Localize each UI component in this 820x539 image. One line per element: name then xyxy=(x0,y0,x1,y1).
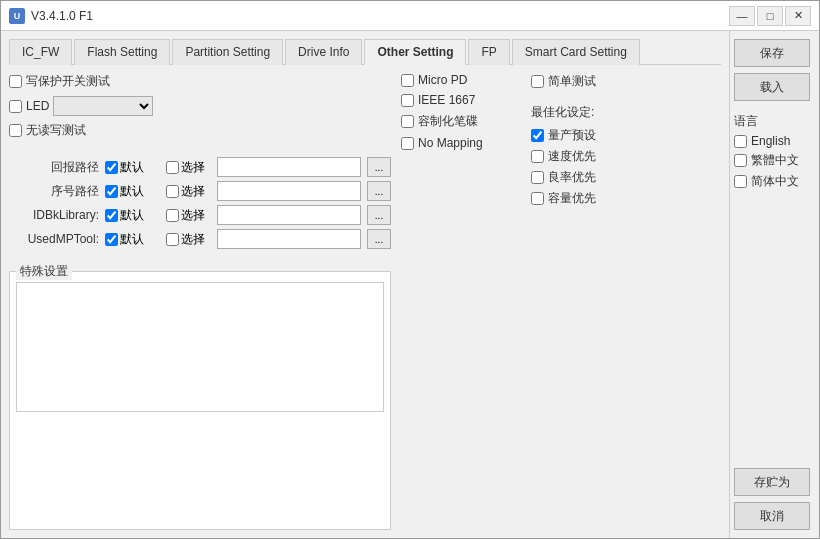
tab-smart-card[interactable]: Smart Card Setting xyxy=(512,39,640,65)
special-section: 特殊设置 xyxy=(9,271,391,530)
path-default-check-1[interactable] xyxy=(105,185,118,198)
optimize-label-2: 良率优先 xyxy=(548,169,596,186)
path-default-check-0[interactable] xyxy=(105,161,118,174)
minimize-button[interactable]: — xyxy=(729,6,755,26)
ieee-1667-label: IEEE 1667 xyxy=(418,93,475,107)
micro-pd-label: Micro PD xyxy=(418,73,467,87)
ieee-1667-row: IEEE 1667 xyxy=(401,93,521,107)
ieee-1667-checkbox[interactable] xyxy=(401,94,414,107)
tab-fp[interactable]: FP xyxy=(468,39,509,65)
optimize-title: 最佳化设定: xyxy=(531,104,596,121)
optimize-section: 最佳化设定: 量产预设 速度优先 良率优先 xyxy=(531,104,596,207)
path-default-label-1: 默认 xyxy=(105,183,160,200)
path-default-label-3: 默认 xyxy=(105,231,160,248)
special-textarea-container xyxy=(16,282,384,412)
lang-english-row: English xyxy=(734,134,811,148)
optimize-row-3: 容量优先 xyxy=(531,190,596,207)
path-default-check-3[interactable] xyxy=(105,233,118,246)
lang-simplified-checkbox[interactable] xyxy=(734,175,747,188)
led-label: LED xyxy=(26,99,49,113)
main-panel: IC_FW Flash Setting Partition Setting Dr… xyxy=(1,31,729,538)
optimize-label-1: 速度优先 xyxy=(548,148,596,165)
path-input-3[interactable] xyxy=(217,229,361,249)
special-title: 特殊设置 xyxy=(16,263,72,280)
path-input-0[interactable] xyxy=(217,157,361,177)
tab-ic-fw[interactable]: IC_FW xyxy=(9,39,72,65)
optimize-label-0: 量产预设 xyxy=(548,127,596,144)
no-mapping-checkbox[interactable] xyxy=(401,137,414,150)
settings-body: 写保护开关测试 LED 无读写测试 xyxy=(9,73,721,530)
write-protect-label: 写保护开关测试 xyxy=(26,73,110,90)
optimize-row-2: 良率优先 xyxy=(531,169,596,186)
path-select-check-0[interactable] xyxy=(166,161,179,174)
optimize-label-3: 容量优先 xyxy=(548,190,596,207)
led-row: LED xyxy=(9,96,391,116)
no-read-write-row: 无读写测试 xyxy=(9,122,391,139)
settings-content: 写保护开关测试 LED 无读写测试 xyxy=(9,73,721,530)
lang-traditional-label: 繁體中文 xyxy=(751,152,799,169)
path-input-2[interactable] xyxy=(217,205,361,225)
custom-notebook-label: 容制化笔碟 xyxy=(418,113,478,130)
lang-traditional-checkbox[interactable] xyxy=(734,154,747,167)
right-column: 简单测试 最佳化设定: 量产预设 速度优先 xyxy=(531,73,596,530)
load-button[interactable]: 载入 xyxy=(734,73,810,101)
app-icon: U xyxy=(9,8,25,24)
custom-notebook-row: 容制化笔碟 xyxy=(401,113,521,130)
lang-traditional-row: 繁體中文 xyxy=(734,152,811,169)
path-select-check-3[interactable] xyxy=(166,233,179,246)
simple-test-checkbox[interactable] xyxy=(531,75,544,88)
optimize-checkbox-0[interactable] xyxy=(531,129,544,142)
micro-pd-checkbox[interactable] xyxy=(401,74,414,87)
cancel-button[interactable]: 取消 xyxy=(734,502,810,530)
tab-bar: IC_FW Flash Setting Partition Setting Dr… xyxy=(9,39,721,65)
no-mapping-row: No Mapping xyxy=(401,136,521,150)
main-window: U V3.4.1.0 F1 — □ ✕ IC_FW Flash Setting … xyxy=(0,0,820,539)
window-title: V3.4.1.0 F1 xyxy=(31,9,729,23)
path-browse-1[interactable]: ... xyxy=(367,181,391,201)
path-select-check-2[interactable] xyxy=(166,209,179,222)
language-section: 语言 English 繁體中文 简体中文 xyxy=(734,113,811,190)
path-row-3: UsedMPTool: 默认 选择 ... xyxy=(9,229,391,249)
path-browse-0[interactable]: ... xyxy=(367,157,391,177)
title-bar: U V3.4.1.0 F1 — □ ✕ xyxy=(1,1,819,31)
lang-english-checkbox[interactable] xyxy=(734,135,747,148)
led-checkbox[interactable] xyxy=(9,100,22,113)
save-as-button[interactable]: 存贮为 xyxy=(734,468,810,496)
optimize-checkbox-3[interactable] xyxy=(531,192,544,205)
special-textarea[interactable] xyxy=(17,283,383,411)
close-button[interactable]: ✕ xyxy=(785,6,811,26)
content-area: IC_FW Flash Setting Partition Setting Dr… xyxy=(1,31,819,538)
save-button[interactable]: 保存 xyxy=(734,39,810,67)
maximize-button[interactable]: □ xyxy=(757,6,783,26)
path-label-2: IDBkLibrary: xyxy=(9,208,99,222)
tab-partition-setting[interactable]: Partition Setting xyxy=(172,39,283,65)
tab-drive-info[interactable]: Drive Info xyxy=(285,39,362,65)
no-mapping-label: No Mapping xyxy=(418,136,483,150)
optimize-checkbox-1[interactable] xyxy=(531,150,544,163)
path-select-label-1: 选择 xyxy=(166,183,211,200)
lang-simplified-row: 简体中文 xyxy=(734,173,811,190)
optimize-row-1: 速度优先 xyxy=(531,148,596,165)
path-label-1: 序号路径 xyxy=(9,183,99,200)
path-select-label-3: 选择 xyxy=(166,231,211,248)
tab-flash-setting[interactable]: Flash Setting xyxy=(74,39,170,65)
no-read-write-checkbox[interactable] xyxy=(9,124,22,137)
path-section: 回报路径 默认 选择 ... xyxy=(9,157,391,249)
language-title: 语言 xyxy=(734,113,811,130)
path-browse-2[interactable]: ... xyxy=(367,205,391,225)
path-default-check-2[interactable] xyxy=(105,209,118,222)
path-default-label-2: 默认 xyxy=(105,207,160,224)
tab-other-setting[interactable]: Other Setting xyxy=(364,39,466,65)
path-select-check-1[interactable] xyxy=(166,185,179,198)
led-dropdown[interactable] xyxy=(53,96,153,116)
path-input-1[interactable] xyxy=(217,181,361,201)
micro-pd-row: Micro PD xyxy=(401,73,521,87)
path-row-1: 序号路径 默认 选择 ... xyxy=(9,181,391,201)
write-protect-checkbox[interactable] xyxy=(9,75,22,88)
simple-test-label: 简单测试 xyxy=(548,73,596,90)
path-label-3: UsedMPTool: xyxy=(9,232,99,246)
path-browse-3[interactable]: ... xyxy=(367,229,391,249)
custom-notebook-checkbox[interactable] xyxy=(401,115,414,128)
optimize-checkbox-2[interactable] xyxy=(531,171,544,184)
sidebar: 保存 载入 语言 English 繁體中文 简体中文 存贮为 取消 xyxy=(729,31,819,538)
